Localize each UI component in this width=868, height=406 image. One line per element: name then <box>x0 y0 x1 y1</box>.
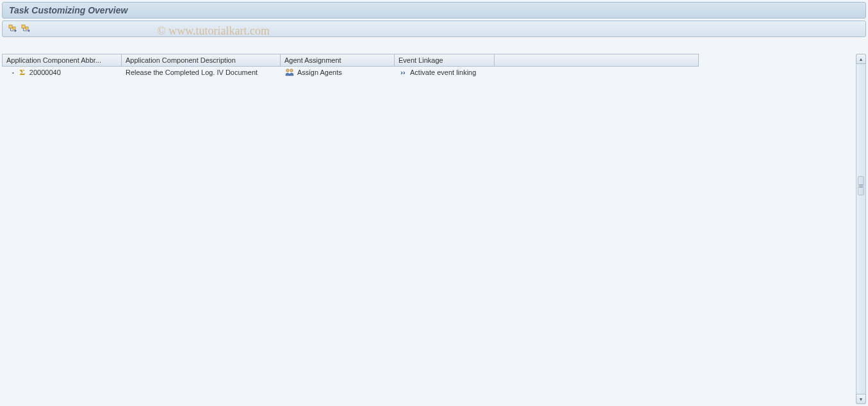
column-header-event[interactable]: Event Linkage <box>395 54 495 67</box>
expand-all-button[interactable] <box>8 24 18 34</box>
svg-rect-1 <box>13 27 15 29</box>
table-header: Application Component Abbr... Applicatio… <box>2 54 699 67</box>
cell-agent[interactable]: Assign Agents <box>281 67 395 78</box>
agents-icon <box>284 68 295 77</box>
table-row[interactable]: • Σ 20000040 Release the Completed Log. … <box>2 67 699 78</box>
agent-text: Assign Agents <box>297 69 342 76</box>
title-bar: Task Customizing Overview <box>2 2 866 19</box>
hierarchy-collapse-icon <box>21 24 30 33</box>
scroll-grip[interactable] <box>858 176 864 195</box>
svg-point-5 <box>290 69 293 72</box>
cell-abbr: • Σ 20000040 <box>2 67 122 78</box>
toolbar <box>2 20 866 37</box>
page-title: Task Customizing Overview <box>9 5 127 15</box>
sigma-icon: Σ <box>18 68 27 77</box>
cell-desc: Release the Completed Log. IV Document <box>122 67 281 78</box>
svg-point-4 <box>286 69 289 72</box>
scroll-down-arrow[interactable]: ▼ <box>856 394 866 404</box>
svg-rect-2 <box>22 25 25 28</box>
tree-bullet-icon: • <box>12 70 14 76</box>
column-header-abbr[interactable]: Application Component Abbr... <box>2 54 122 67</box>
column-header-spacer <box>495 54 699 67</box>
vertical-scrollbar[interactable]: ▲ ▼ <box>856 54 866 404</box>
column-header-agent[interactable]: Agent Assignment <box>281 54 395 67</box>
content-area: Application Component Abbr... Applicatio… <box>2 54 855 404</box>
svg-rect-0 <box>9 25 12 28</box>
hierarchy-expand-icon <box>8 24 17 33</box>
desc-text: Release the Completed Log. IV Document <box>126 69 258 76</box>
event-link-icon: ›› <box>398 68 407 77</box>
event-text: Activate event linking <box>410 69 476 76</box>
scroll-up-arrow[interactable]: ▲ <box>856 54 866 64</box>
svg-rect-3 <box>26 27 28 29</box>
collapse-all-button[interactable] <box>20 24 31 34</box>
abbr-text: 20000040 <box>29 69 61 76</box>
column-header-desc[interactable]: Application Component Description <box>122 54 281 67</box>
cell-event[interactable]: ›› Activate event linking <box>395 67 495 78</box>
